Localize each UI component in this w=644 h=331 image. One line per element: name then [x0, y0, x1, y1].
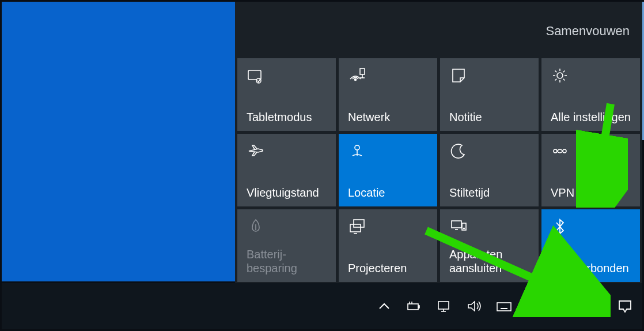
tile-label: Batterij- besparing — [247, 247, 327, 275]
svg-point-7 — [355, 145, 359, 150]
tile-label: Projecteren — [348, 261, 428, 275]
tile-location[interactable]: Locatie — [339, 134, 437, 206]
action-center-panel: Samenvouwen Tabletmodus Netwerk Notitie … — [235, 2, 642, 283]
system-tray: 15:5 26-11-2018 — [376, 292, 633, 320]
keyboard-icon[interactable] — [496, 298, 512, 314]
tile-label: Vliegtuigstand — [247, 186, 327, 200]
tile-airplane[interactable]: Vliegtuigstand — [237, 134, 336, 206]
network-icon — [348, 66, 428, 85]
quick-actions-grid: Tabletmodus Netwerk Notitie Alle instell… — [237, 58, 640, 282]
tile-network[interactable]: Netwerk — [339, 58, 437, 131]
svg-point-9 — [554, 149, 557, 153]
svg-rect-19 — [408, 304, 418, 310]
collapse-button[interactable]: Samenvouwen — [545, 24, 630, 39]
tile-label: Niet verbonden — [551, 261, 631, 275]
tile-label: Apparaten aansluiten — [449, 247, 529, 275]
tile-label: Tabletmodus — [247, 110, 327, 124]
airplane-icon — [247, 142, 327, 160]
tile-label: VPN — [551, 186, 631, 200]
location-icon — [348, 142, 428, 160]
tile-project[interactable]: Projecteren — [339, 209, 437, 282]
svg-rect-13 — [350, 224, 361, 232]
date-text: 26-11-2018 — [535, 306, 594, 320]
tile-label: Locatie — [348, 186, 428, 200]
note-icon — [449, 66, 529, 85]
tile-label: Netwerk — [348, 110, 428, 124]
network-tray-icon[interactable] — [436, 298, 452, 314]
tile-label: Notitie — [449, 110, 529, 124]
tile-battery[interactable]: Batterij- besparing — [237, 209, 336, 282]
tile-tabletmode[interactable]: Tabletmodus — [237, 58, 336, 131]
project-icon — [348, 217, 428, 236]
svg-rect-12 — [354, 220, 364, 227]
svg-rect-15 — [452, 221, 461, 228]
time-text: 15:5 — [571, 292, 594, 306]
tablet-icon — [247, 66, 327, 85]
power-icon[interactable] — [406, 298, 422, 314]
svg-rect-24 — [497, 303, 511, 311]
taskbar: 15:5 26-11-2018 — [2, 283, 642, 329]
svg-rect-21 — [438, 302, 449, 309]
bluetooth-icon — [551, 217, 631, 236]
svg-rect-20 — [418, 306, 419, 308]
tile-settings[interactable]: Alle instellingen — [541, 58, 640, 131]
tile-quiet[interactable]: Stiltetijd — [440, 134, 539, 206]
connect-icon — [449, 217, 529, 236]
tray-overflow-chevron[interactable] — [376, 298, 392, 314]
tile-vpn[interactable]: VPN — [541, 134, 640, 206]
battery-icon — [247, 217, 327, 236]
vpn-icon — [551, 142, 631, 160]
volume-icon[interactable] — [466, 298, 482, 314]
svg-point-2 — [355, 79, 357, 81]
notifications-icon[interactable] — [617, 298, 633, 314]
clock[interactable]: 15:5 26-11-2018 — [535, 292, 594, 320]
tile-connect[interactable]: Apparaten aansluiten — [440, 209, 539, 282]
tile-note[interactable]: Notitie — [440, 58, 539, 131]
svg-rect-3 — [360, 69, 365, 74]
moon-icon — [449, 142, 529, 160]
svg-point-6 — [557, 73, 563, 78]
tile-label: Alle instellingen — [551, 110, 631, 124]
desktop-background — [2, 2, 235, 281]
svg-point-18 — [464, 228, 465, 229]
svg-point-10 — [563, 149, 566, 153]
gear-icon — [551, 66, 631, 85]
tile-bluetooth[interactable]: Niet verbonden — [541, 209, 640, 282]
tile-label: Stiltetijd — [449, 186, 529, 200]
